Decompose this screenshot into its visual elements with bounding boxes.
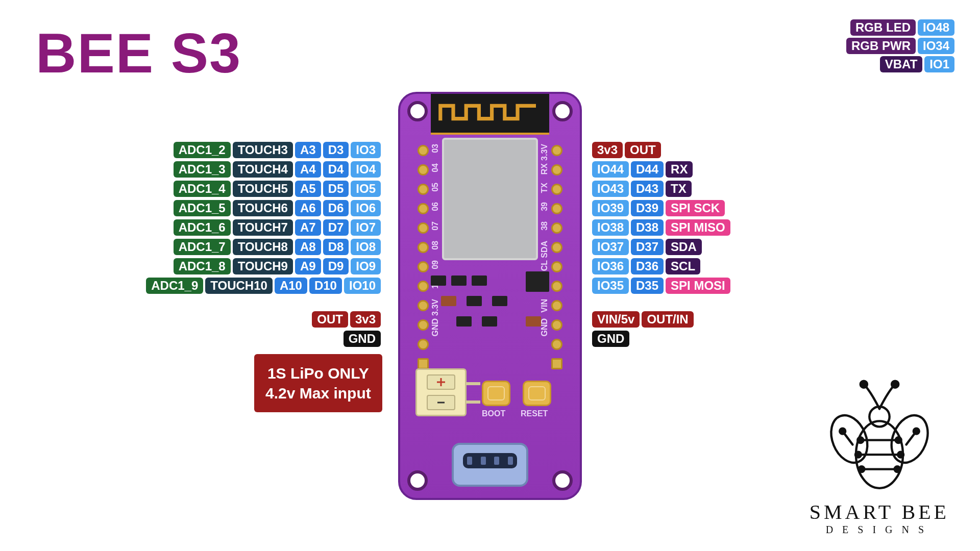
silk-pin-label: 39: [540, 202, 549, 211]
d-label: D38: [631, 219, 664, 236]
fn-label: SCL: [666, 258, 700, 274]
a-label: A4: [295, 161, 321, 178]
outin-label: OUT/IN: [642, 311, 693, 328]
a-label: A6: [295, 200, 321, 216]
pin-row: 3v3OUT: [592, 142, 730, 158]
d-label: D7: [323, 219, 349, 236]
pin-row: IO43D43TX: [592, 181, 730, 197]
gnd-label: GND: [592, 331, 629, 347]
a-label: A5: [295, 181, 321, 197]
mount-hole-icon: [407, 470, 428, 491]
io-label: IO36: [592, 258, 629, 274]
adc-label: ADC1_4: [174, 181, 231, 197]
antenna-icon: [431, 94, 549, 135]
io-label: IO38: [592, 219, 629, 236]
lipo-connector-icon: [415, 368, 467, 416]
adc-label: ADC1_8: [174, 258, 231, 274]
legend-label: RGB PWR: [846, 38, 916, 54]
d-label: D44: [631, 161, 664, 178]
legend-row: RGB PWR IO34: [846, 38, 954, 54]
pin-row: IO39D39SPI SCK: [592, 200, 730, 216]
pin-row: ADC1_7TOUCH8A8D8IO8: [146, 239, 381, 255]
pin-hole-icon: [551, 203, 562, 214]
pin-hole-icon: [418, 164, 429, 176]
d-label: D36: [631, 258, 664, 274]
silk-pin-label: 03: [431, 144, 440, 153]
silk-reset: RESET: [521, 409, 548, 418]
lipo-warning: 1S LiPo ONLY 4.2v Max input: [254, 354, 382, 412]
adc-label: ADC1_9: [146, 278, 203, 294]
pin-hole-icon: [551, 145, 562, 156]
board: 03040506070809103.3VGND 3.3VRXTX3938SDAS…: [398, 92, 582, 500]
touch-label: TOUCH10: [205, 278, 273, 294]
a-label: A7: [295, 219, 321, 236]
pin-hole-icon: [418, 358, 429, 369]
3v3-label: 3v3: [350, 311, 381, 328]
pin-hole-icon: [418, 145, 429, 156]
pin-hole-icon: [551, 184, 562, 195]
io-label: IO10: [344, 278, 381, 294]
pin-hole-icon: [551, 222, 562, 234]
left-extra-labels: OUT 3v3 GND: [312, 311, 381, 347]
io-label: IO39: [592, 200, 629, 216]
logo-line2: DESIGNS: [810, 524, 949, 536]
legend-label: VBAT: [880, 56, 923, 72]
d-label: D43: [631, 181, 664, 197]
a-label: A10: [275, 278, 307, 294]
pin-row: ADC1_6TOUCH7A7D7IO7: [146, 219, 381, 236]
d-label: D4: [323, 161, 349, 178]
pin-row: ADC1_8TOUCH9A9D9IO9: [146, 258, 381, 274]
io-label: IO43: [592, 181, 629, 197]
pin-hole-icon: [418, 184, 429, 195]
pin-row: ADC1_3TOUCH4A4D4IO4: [146, 161, 381, 178]
legend-io: IO34: [918, 38, 954, 54]
touch-label: TOUCH8: [233, 239, 293, 255]
adc-label: ADC1_2: [174, 142, 231, 158]
touch-label: TOUCH3: [233, 142, 293, 158]
pin-row: ADC1_4TOUCH5A5D5IO5: [146, 181, 381, 197]
svg-point-7: [898, 452, 903, 458]
d-label: D9: [323, 258, 349, 274]
a-label: A8: [295, 239, 321, 255]
silk-pin-label: 09: [431, 260, 440, 269]
silk-pin-label: 07: [431, 221, 440, 231]
io-label: IO8: [351, 239, 381, 255]
fn-label: RX: [666, 161, 693, 178]
pin-hole-icon: [551, 164, 562, 176]
pin-row: ADC1_5TOUCH6A6D6IO6: [146, 200, 381, 216]
lipo-line2: 4.2v Max input: [265, 383, 371, 403]
smd-components-icon: [421, 270, 559, 347]
svg-point-1: [892, 381, 898, 388]
d-label: D6: [323, 200, 349, 216]
vin-label: VIN/5v: [592, 311, 640, 328]
mount-hole-icon: [407, 101, 428, 121]
touch-label: TOUCH9: [233, 258, 293, 274]
io-label: IO3: [351, 142, 381, 158]
legend-label: RGB LED: [850, 19, 916, 36]
pin-row-gnd: GND: [592, 331, 694, 347]
silk-pin-label: 04: [431, 163, 440, 172]
svg-point-8: [859, 466, 864, 472]
rf-shield-icon: [442, 138, 538, 260]
pin-row: IO44D44RX: [592, 161, 730, 178]
io-label: IO9: [351, 258, 381, 274]
a-label: A9: [295, 258, 321, 274]
pin-row: ADC1_9TOUCH10A10D10IO10: [146, 278, 381, 294]
touch-label: TOUCH4: [233, 161, 293, 178]
pin-hole-icon: [418, 203, 429, 214]
d-label: D37: [631, 239, 664, 255]
mount-hole-icon: [552, 470, 573, 491]
io-label: IO37: [592, 239, 629, 255]
pin-row: IO36D36SCL: [592, 258, 730, 274]
fn-label: SPI MOSI: [666, 278, 730, 294]
svg-point-9: [894, 466, 900, 472]
right-pin-labels: 3v3OUTIO44D44RXIO43D43TXIO39D39SPI SCKIO…: [592, 142, 730, 294]
adc-label: ADC1_5: [174, 200, 231, 216]
pin-row: ADC1_2TOUCH3A3D3IO3: [146, 142, 381, 158]
pin-row: IO35D35SPI MOSI: [592, 278, 730, 294]
io-label: IO7: [351, 219, 381, 236]
d-label: D10: [309, 278, 342, 294]
legend: RGB LED IO48 RGB PWR IO34 VBAT IO1: [846, 19, 954, 72]
legend-io: IO48: [918, 19, 954, 36]
svg-point-4: [857, 437, 863, 443]
